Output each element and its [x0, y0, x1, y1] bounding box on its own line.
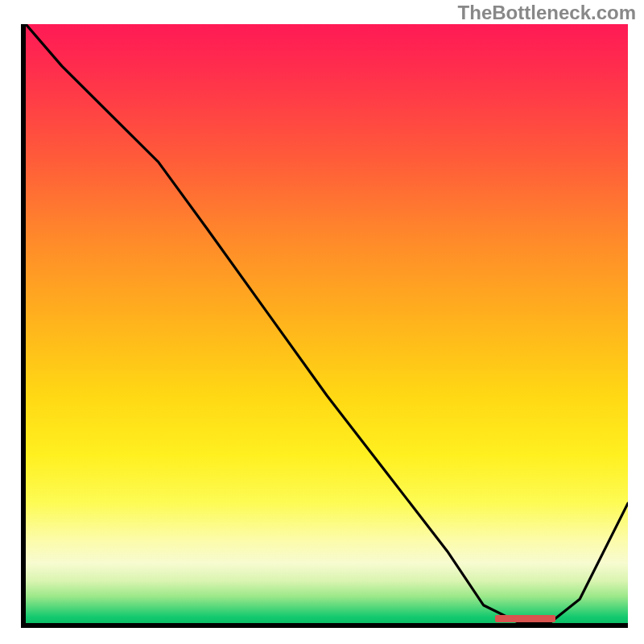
bottleneck-curve-line	[26, 24, 628, 623]
optimal-range-marker	[495, 615, 555, 622]
bottleneck-curve	[26, 24, 628, 623]
chart-stage: TheBottleneck.com	[0, 0, 644, 644]
plot-area	[21, 24, 628, 628]
watermark-text: TheBottleneck.com	[458, 2, 636, 24]
